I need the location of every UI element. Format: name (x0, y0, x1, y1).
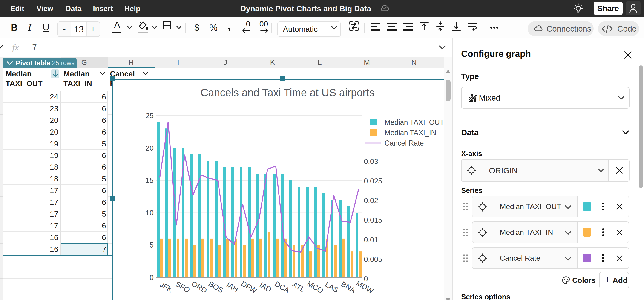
svg-text:Median TAXI_IN: Median TAXI_IN (384, 129, 436, 137)
svg-text:BNA: BNA (340, 280, 357, 294)
svg-text:SFO: SFO (174, 280, 191, 294)
svg-text:0: 0 (150, 273, 154, 281)
svg-text:0.025: 0.025 (364, 177, 382, 185)
svg-text:0: 0 (364, 275, 368, 283)
svg-text:Cancels and Taxi Time at US ai: Cancels and Taxi Time at US airports (200, 87, 374, 99)
svg-text:0.015: 0.015 (364, 216, 382, 224)
svg-text:0.005: 0.005 (364, 255, 382, 263)
svg-text:0.01: 0.01 (364, 235, 378, 244)
svg-text:10: 10 (145, 209, 154, 217)
svg-text:ATL: ATL (291, 280, 306, 294)
svg-text:Cancel Rate: Cancel Rate (384, 139, 424, 147)
svg-text:Median TAXI_OUT: Median TAXI_OUT (384, 118, 444, 126)
svg-text:20: 20 (145, 144, 154, 152)
svg-text:5: 5 (150, 241, 154, 249)
svg-text:MCO: MCO (306, 279, 325, 295)
svg-text:ORD: ORD (190, 279, 208, 295)
svg-text:15: 15 (145, 176, 154, 184)
svg-text:IAH: IAH (225, 280, 240, 294)
svg-text:0.02: 0.02 (364, 196, 378, 205)
svg-text:DCA: DCA (273, 279, 291, 294)
svg-text:IAD: IAD (258, 280, 273, 294)
svg-text:JFK: JFK (158, 280, 174, 294)
svg-text:DFW: DFW (240, 279, 258, 295)
svg-text:0.03: 0.03 (364, 157, 378, 166)
svg-text:25: 25 (145, 111, 154, 120)
svg-text:LAS: LAS (324, 280, 340, 294)
svg-text:BOS: BOS (207, 279, 225, 294)
